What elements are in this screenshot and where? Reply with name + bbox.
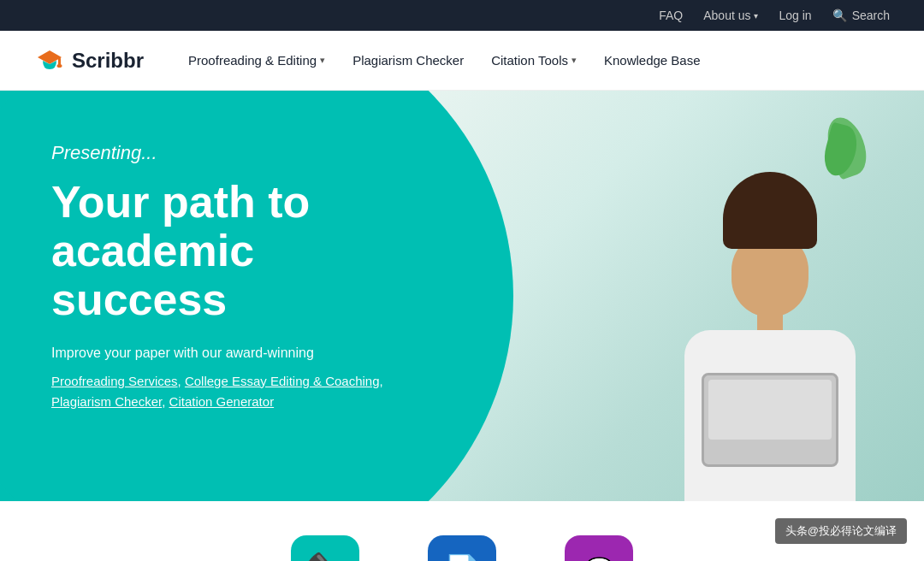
nav-item-plagiarism[interactable]: Plagiarism Checker bbox=[342, 46, 474, 74]
logo-link[interactable]: Scribbr bbox=[34, 45, 144, 76]
hero-links: Proofreading Services, College Essay Edi… bbox=[51, 371, 428, 412]
service-card-plagiarism: 📄 bbox=[428, 535, 496, 561]
nav-item-knowledge[interactable]: Knowledge Base bbox=[594, 46, 711, 74]
service-card-editing: ✒️ bbox=[291, 535, 359, 561]
editing-icon-box[interactable]: ✒️ bbox=[291, 535, 359, 561]
hero-title: Your path to academic success bbox=[51, 178, 428, 325]
plagiarism-icon-box[interactable]: 📄 bbox=[428, 535, 496, 561]
about-menu[interactable]: About us ▾ bbox=[703, 9, 758, 22]
hero-content: Presenting... Your path to academic succ… bbox=[0, 91, 479, 501]
top-bar: FAQ About us ▾ Log in 🔍 Search bbox=[0, 0, 924, 31]
service-card-citation: 💬 bbox=[565, 535, 633, 561]
plagiarism-icon: 📄 bbox=[444, 552, 480, 561]
essay-editing-link[interactable]: College Essay Editing & Coaching bbox=[185, 374, 380, 388]
hero-subtitle: Improve your paper with our award-winnin… bbox=[51, 345, 428, 361]
login-link[interactable]: Log in bbox=[779, 9, 811, 22]
nav-label-proofreading: Proofreading & Editing bbox=[188, 53, 317, 68]
about-chevron-icon: ▾ bbox=[754, 11, 758, 21]
watermark: 头条@投必得论文编译 bbox=[775, 518, 907, 544]
nav-label-citation: Citation Tools bbox=[491, 53, 568, 68]
person-figure bbox=[684, 172, 856, 501]
editing-icon: ✒️ bbox=[305, 551, 346, 561]
about-label: About us bbox=[703, 9, 750, 22]
hero-section: Presenting... Your path to academic succ… bbox=[0, 91, 924, 501]
citation-icon: 💬 bbox=[584, 556, 614, 562]
search-label: Search bbox=[852, 9, 890, 22]
citation-chevron-icon: ▾ bbox=[572, 55, 577, 66]
svg-point-3 bbox=[57, 64, 62, 68]
nav-label-plagiarism: Plagiarism Checker bbox=[352, 53, 464, 68]
search-icon: 🔍 bbox=[832, 9, 847, 22]
nav-item-proofreading[interactable]: Proofreading & Editing ▾ bbox=[178, 46, 335, 74]
search-button[interactable]: 🔍 Search bbox=[832, 9, 890, 22]
navbar: Scribbr Proofreading & Editing ▾ Plagiar… bbox=[0, 31, 924, 91]
citation-icon-box[interactable]: 💬 bbox=[565, 535, 633, 561]
proofreading-services-link[interactable]: Proofreading Services bbox=[51, 374, 178, 388]
citation-generator-link[interactable]: Citation Generator bbox=[169, 394, 275, 409]
proofreading-chevron-icon: ▾ bbox=[320, 55, 325, 66]
watermark-text: 头条@投必得论文编译 bbox=[785, 524, 897, 537]
logo-icon bbox=[34, 45, 65, 76]
nav-label-knowledge: Knowledge Base bbox=[604, 53, 701, 68]
logo-text: Scribbr bbox=[72, 49, 144, 73]
nav-item-citation[interactable]: Citation Tools ▾ bbox=[481, 46, 587, 74]
plagiarism-checker-link[interactable]: Plagiarism Checker bbox=[51, 394, 162, 409]
nav-items: Proofreading & Editing ▾ Plagiarism Chec… bbox=[178, 46, 890, 74]
faq-link[interactable]: FAQ bbox=[659, 9, 683, 22]
hero-presenting: Presenting... bbox=[51, 142, 428, 164]
